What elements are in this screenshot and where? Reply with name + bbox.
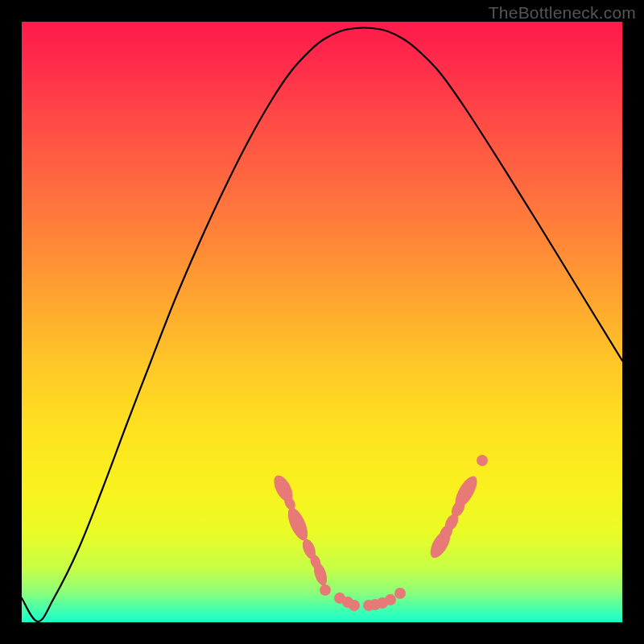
attribution-text: TheBottleneck.com xyxy=(489,3,636,23)
marker-left-cluster xyxy=(284,505,312,543)
marker-bottom xyxy=(385,594,396,605)
marker-bottom xyxy=(320,584,331,596)
bottleneck-chart xyxy=(22,22,622,622)
bottleneck-curve xyxy=(22,27,622,621)
marker-bottom xyxy=(349,600,360,611)
data-markers xyxy=(270,452,490,611)
chart-frame xyxy=(22,22,622,622)
marker-right-cluster xyxy=(474,452,489,468)
marker-bottom xyxy=(394,588,406,599)
